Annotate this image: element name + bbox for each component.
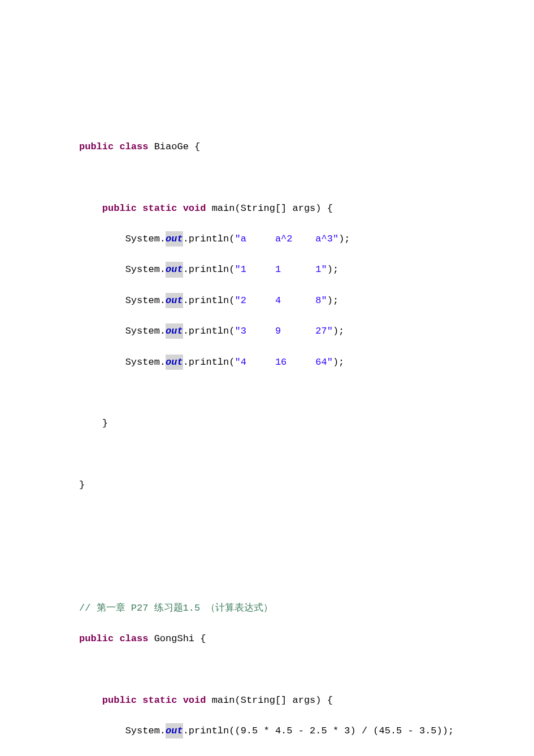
method-call: .println((9.5 * 4.5 - 2.5 * 3) / (45.5 -… <box>183 725 454 736</box>
keyword-public: public <box>102 695 137 706</box>
println-statement: System.out.println("1 1 1"); <box>79 262 534 277</box>
system-ref: System. <box>125 725 166 736</box>
string-literal: "2 4 8" <box>235 295 327 306</box>
brace-close-method: } <box>79 416 534 431</box>
code-block-gongshi: // 第一章 P27 练习题1.5 （计算表达式） public class G… <box>79 585 534 756</box>
statement-end: ); <box>327 295 338 306</box>
code-block-biaoge: public class BiaoGe { public static void… <box>79 124 534 508</box>
method-call: .println( <box>183 326 235 336</box>
string-literal: "1 1 1" <box>235 264 327 275</box>
keyword-static: static <box>142 203 177 214</box>
brace-open: { <box>194 141 200 152</box>
class-declaration: public class GongShi { <box>79 631 534 646</box>
println-statement: System.out.println("2 4 8"); <box>79 293 534 308</box>
method-call: .println( <box>183 295 235 306</box>
keyword-class: class <box>119 633 148 644</box>
main-method-declaration: public static void main(String[] args) { <box>79 693 534 708</box>
keyword-public: public <box>102 203 137 214</box>
keyword-void: void <box>183 695 206 706</box>
out-field: out <box>166 293 183 308</box>
println-statement: System.out.println("3 9 27"); <box>79 323 534 339</box>
method-call: .println( <box>183 264 235 275</box>
method-call: .println( <box>183 234 235 244</box>
statement-end: ); <box>327 264 338 275</box>
string-literal: "3 9 27" <box>235 326 332 336</box>
keyword-static: static <box>142 695 177 706</box>
system-ref: System. <box>125 264 166 275</box>
class-declaration: public class BiaoGe { <box>79 139 534 154</box>
system-ref: System. <box>125 234 166 244</box>
keyword-void: void <box>183 203 206 214</box>
brace-close-class: } <box>79 477 534 493</box>
method-call: .println( <box>183 357 235 368</box>
keyword-class: class <box>119 141 148 152</box>
string-literal: "a a^2 a^3" <box>235 234 338 244</box>
class-name: GongShi <box>154 633 194 644</box>
comment-line: // 第一章 P27 练习题1.5 （计算表达式） <box>79 601 534 616</box>
system-ref: System. <box>125 326 166 336</box>
main-method-declaration: public static void main(String[] args) { <box>79 201 534 216</box>
string-literal: "4 16 64" <box>235 357 332 368</box>
statement-end: ); <box>338 234 350 244</box>
system-ref: System. <box>125 357 166 368</box>
method-signature: main(String[] args) { <box>212 695 333 706</box>
out-field: out <box>166 262 183 277</box>
out-field: out <box>166 323 183 339</box>
println-statement: System.out.println("4 16 64"); <box>79 355 534 370</box>
out-field: out <box>166 231 183 247</box>
system-ref: System. <box>125 295 166 306</box>
println-statement: System.out.println("a a^2 a^3"); <box>79 231 534 247</box>
brace-open: { <box>200 633 206 644</box>
out-field: out <box>166 355 183 370</box>
keyword-public: public <box>79 141 114 152</box>
out-field: out <box>166 723 183 738</box>
statement-end: ); <box>333 357 344 368</box>
method-signature: main(String[] args) { <box>212 203 333 214</box>
keyword-public: public <box>79 633 114 644</box>
println-statement: System.out.println((9.5 * 4.5 - 2.5 * 3)… <box>79 723 534 738</box>
class-name: BiaoGe <box>154 141 189 152</box>
statement-end: ); <box>333 326 344 336</box>
